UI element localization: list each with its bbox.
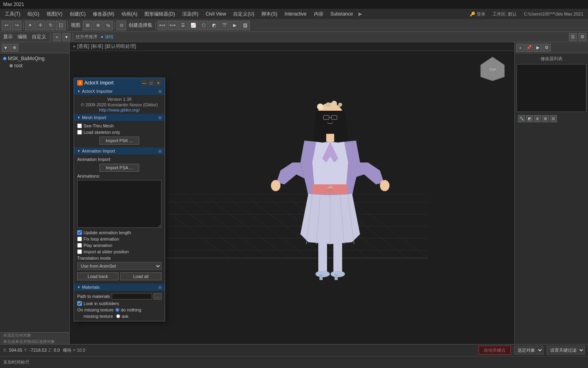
dialog-minimize-btn[interactable]: —	[141, 80, 147, 86]
menu-civil-view[interactable]: Civil View	[202, 10, 230, 18]
mod-icon2[interactable]: ◩	[526, 115, 533, 122]
svg-point-26	[326, 102, 331, 107]
mod-icon5[interactable]: ⊟	[550, 115, 557, 122]
edit-label[interactable]: 编辑	[16, 33, 29, 40]
menu-modifier[interactable]: 修改器(M)	[90, 10, 117, 18]
menu-tools[interactable]: 工具(T)	[2, 10, 23, 18]
dialog-restore-btn[interactable]: □	[148, 80, 154, 86]
on-missing-texture-label: On missing texture	[77, 307, 114, 312]
import-psk-btn[interactable]: Import PSK ...	[99, 137, 139, 145]
angle-snap-btn[interactable]: ⊕	[93, 21, 103, 30]
dialog-close-btn[interactable]: ×	[155, 80, 162, 86]
menu-animation[interactable]: 动画(A)	[118, 10, 140, 18]
rp-settings-btn[interactable]: ⚙	[543, 44, 551, 52]
actorx-importer-header[interactable]: ▼ ActorX Importer ⊞	[74, 88, 165, 95]
animations-listbox[interactable]	[77, 180, 162, 228]
play-anim-label: Play animation	[84, 243, 112, 248]
scene-object-baimaoqing[interactable]: MSK_BaiMoQing	[2, 55, 68, 62]
tree-children: root	[2, 62, 68, 69]
path-input[interactable]	[112, 293, 152, 299]
fix-loop-checkbox[interactable]	[77, 237, 82, 241]
scene-tree: MSK_BaiMoQing root	[0, 53, 69, 332]
see-thru-checkbox[interactable]	[77, 123, 82, 128]
dialog-titlebar[interactable]: 3 ActorX Import — □ ×	[74, 78, 165, 88]
lp-btn2[interactable]: ⊕	[10, 44, 18, 52]
nav-cube[interactable]: TOP	[479, 55, 506, 83]
move-btn[interactable]: ✛	[35, 21, 45, 30]
look-in-subfolders-checkbox[interactable]	[77, 301, 82, 306]
svg-line-34	[340, 195, 344, 244]
mesh-import-header[interactable]: ▼ Mesh Import ⊞	[74, 114, 165, 121]
update-anim-length-checkbox[interactable]	[77, 230, 82, 235]
mod-icon1[interactable]: 🔧	[518, 115, 525, 122]
missing-texture-radio-ask[interactable]	[116, 314, 120, 318]
menu-render[interactable]: 渲染(R)	[179, 10, 202, 18]
import-slider-checkbox[interactable]	[77, 249, 82, 254]
path-browse-btn[interactable]: ...	[154, 293, 162, 299]
curve-editor-btn[interactable]: 📈	[189, 21, 198, 30]
tag-btn[interactable]: ×	[53, 33, 61, 41]
right-panel: + 📌 ▶ ⚙ 修改器列表 🔧 ◩ ⊕ ⊞ ⊟	[514, 42, 588, 344]
menu-customize[interactable]: 自定义(U)	[230, 10, 257, 18]
scale-btn[interactable]: ⟦⟧	[56, 21, 66, 30]
menu-substance[interactable]: Substance	[327, 10, 356, 18]
align-btn[interactable]: ⟺	[168, 21, 177, 30]
status-left: X: 594.65 Y: -7218.53 Z: 0.0 栅格 = 10.0	[3, 347, 475, 353]
create-sel-btn[interactable]: ⊙	[117, 21, 126, 30]
auto-key-btn[interactable]: 自动关键点	[479, 346, 511, 354]
redo-btn[interactable]: ↪	[12, 21, 21, 30]
render-setup-btn[interactable]: 🎬	[220, 21, 229, 30]
left-panel: ▼ ⊕ MSK_BaiMoQing root 未选定任何对象 单击或单击并拖动以…	[0, 42, 70, 344]
modifier-label: 技升序推序	[76, 34, 97, 40]
svg-point-25	[317, 104, 323, 110]
snap-btn[interactable]: ⊞	[83, 21, 92, 30]
y-label: Y:	[24, 348, 28, 352]
material-editor-btn[interactable]: ◩	[209, 21, 219, 30]
load-track-btn[interactable]: Load track	[77, 272, 119, 280]
mod-icon4[interactable]: ⊞	[542, 115, 549, 122]
menu-content[interactable]: 内容	[311, 10, 327, 18]
schematic-btn[interactable]: ⬡	[199, 21, 208, 30]
import-psa-btn[interactable]: Import PSA ...	[99, 164, 139, 172]
rp-anim-btn[interactable]: ▶	[534, 44, 542, 52]
svg-text:TOP: TOP	[489, 68, 496, 72]
rotate-btn[interactable]: ↻	[46, 21, 55, 30]
menu-interactive[interactable]: Interactive	[281, 10, 310, 18]
lp-btn1[interactable]: ▼	[2, 44, 10, 52]
anim-arrow: ▼	[77, 149, 80, 153]
rp-add-btn[interactable]: +	[516, 44, 524, 52]
menu-graph-editor[interactable]: 图形编辑器(D)	[141, 10, 178, 18]
svg-rect-30	[312, 184, 348, 194]
load-all-btn[interactable]: Load all	[120, 272, 162, 280]
scene-object-root[interactable]: root	[8, 62, 68, 69]
anim-import-header[interactable]: ▼ Animation Import ⊞	[74, 147, 165, 155]
mirror-btn[interactable]: ⟺	[158, 21, 167, 30]
layers-icon-btn[interactable]: ☰	[569, 33, 577, 41]
select-object-dropdown[interactable]: 选定对象	[514, 346, 543, 354]
url-text[interactable]: http://www.gildor.org/	[77, 108, 162, 112]
modifier-list-box	[516, 64, 586, 112]
filter-btn[interactable]: ▼	[62, 33, 70, 41]
play-anim-checkbox[interactable]	[77, 243, 82, 248]
missing-texture-radio-nothing[interactable]	[115, 308, 119, 312]
translation-mode-select[interactable]: Use from AnimSet	[77, 262, 162, 270]
rp-pin-btn[interactable]: 📌	[525, 44, 533, 52]
undo-btn[interactable]: ↩	[2, 21, 11, 30]
layer-btn[interactable]: ☰	[178, 21, 188, 30]
set-key-dropdown[interactable]: 设置关键过滤	[547, 346, 585, 354]
settings-btn2[interactable]: ⚙	[578, 33, 586, 41]
materials-header[interactable]: ▼ Materials ⊞	[74, 284, 165, 291]
render-frame-btn[interactable]: ▶	[230, 21, 239, 30]
menu-script[interactable]: 脚本(S)	[258, 10, 280, 18]
mod-icon3[interactable]: ⊕	[534, 115, 541, 122]
menu-group[interactable]: 组(G)	[24, 10, 42, 18]
percent-snap-btn[interactable]: %	[103, 21, 113, 30]
menu-view[interactable]: 视图(V)	[43, 10, 66, 18]
menu-create[interactable]: 创建(C)	[66, 10, 89, 18]
customize-label[interactable]: 自定义	[30, 33, 48, 40]
render-prod-btn[interactable]: 🖼	[240, 21, 250, 30]
update-anim-length-label: Update animation length	[84, 230, 131, 235]
select-btn[interactable]: ✦	[25, 21, 35, 30]
display-label[interactable]: 显示	[2, 33, 14, 40]
load-skeleton-checkbox[interactable]	[77, 130, 82, 135]
